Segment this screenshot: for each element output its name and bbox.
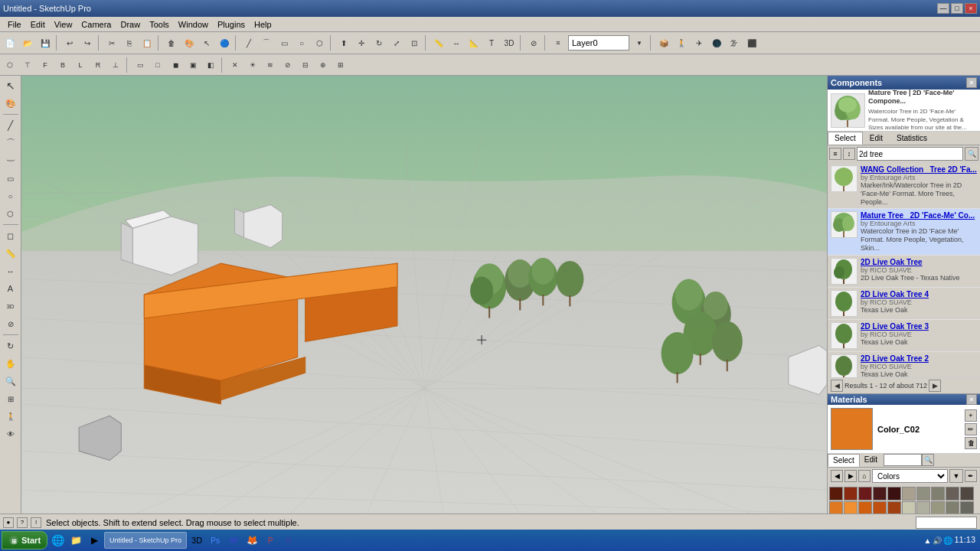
rect-button[interactable]: ▭ bbox=[276, 34, 292, 51]
polygon-button[interactable]: ⬡ bbox=[311, 34, 328, 51]
comp-item-1[interactable]: Mature Tree_ 2D 'Face-Me' Co... by Entou… bbox=[828, 209, 980, 255]
rect-tool[interactable]: ▭ bbox=[2, 170, 19, 187]
taskbar-3ds-icon[interactable]: 3D bbox=[188, 532, 205, 549]
new-button[interactable]: 📄 bbox=[2, 34, 18, 51]
shadow-button[interactable]: 🌑 bbox=[708, 34, 725, 51]
line-tool[interactable]: ╱ bbox=[2, 117, 19, 134]
tray-icon-3[interactable]: 🌐 bbox=[943, 536, 952, 545]
paste-button[interactable]: 📋 bbox=[139, 34, 155, 51]
tab-select[interactable]: Select bbox=[828, 132, 863, 145]
mat-delete-button[interactable]: 🗑 bbox=[965, 437, 977, 449]
walk-tool[interactable]: 🚶 bbox=[2, 408, 19, 425]
taskbar-word-icon[interactable]: W bbox=[225, 532, 242, 549]
lookat-tool[interactable]: 👁 bbox=[2, 425, 19, 442]
taskbar-ps-icon[interactable]: Ps bbox=[207, 532, 224, 549]
axes-toggle[interactable]: ⊕ bbox=[315, 57, 332, 73]
color-swatch[interactable] bbox=[916, 501, 930, 514]
erase-button[interactable]: 🗑 bbox=[163, 34, 180, 51]
fog-toggle[interactable]: ≋ bbox=[262, 57, 279, 73]
menu-plugins[interactable]: Plugins bbox=[213, 18, 250, 31]
redo-button[interactable]: ↪ bbox=[79, 34, 96, 51]
text-button[interactable]: T bbox=[483, 34, 500, 51]
fog-button[interactable]: 🌫 bbox=[726, 34, 743, 51]
color-next-button[interactable]: ▶ bbox=[844, 470, 857, 482]
taskbar-sketchup-btn[interactable]: Untitled - SketchUp Pro bbox=[104, 532, 187, 549]
tape-tool[interactable]: 📏 bbox=[2, 245, 19, 262]
orbit-tool[interactable]: ↻ bbox=[2, 337, 19, 354]
paint-tool[interactable]: 🎨 bbox=[2, 95, 19, 112]
xray-button[interactable]: ✕ bbox=[227, 57, 243, 73]
comp-item-4[interactable]: 2D Live Oak Tree 3 by RICO SUAVE Texas L… bbox=[828, 320, 980, 352]
taskbar-media-icon[interactable]: ▶ bbox=[86, 532, 103, 549]
taskbar-revit-icon[interactable]: R bbox=[280, 532, 297, 549]
mat-tab-select[interactable]: Select bbox=[828, 454, 860, 467]
sort-icon[interactable]: ↕ bbox=[843, 148, 855, 160]
layer-dropdown-arrow[interactable]: ▼ bbox=[631, 34, 648, 51]
scale-button[interactable]: ⤢ bbox=[388, 34, 405, 51]
color-swatch[interactable] bbox=[960, 487, 974, 500]
orbit-button[interactable]: 🔵 bbox=[216, 34, 233, 51]
shadows-toggle[interactable]: ☀ bbox=[244, 57, 261, 73]
layer-selector[interactable]: Layer0 bbox=[568, 35, 629, 51]
protractor-button[interactable]: 📐 bbox=[466, 34, 482, 51]
comp-item-2[interactable]: 2D Live Oak Tree by RICO SUAVE 2D Live O… bbox=[828, 256, 980, 288]
mat-edit-button[interactable]: ✏ bbox=[965, 423, 977, 435]
color-swatch[interactable] bbox=[858, 487, 872, 500]
circle-tool[interactable]: ○ bbox=[2, 187, 19, 204]
rotate-button[interactable]: ↻ bbox=[371, 34, 387, 51]
taskbar-ie-icon[interactable]: 🌐 bbox=[49, 532, 66, 549]
offset-button[interactable]: ⊡ bbox=[406, 34, 423, 51]
color-swatch[interactable] bbox=[960, 501, 974, 514]
select-button[interactable]: ↖ bbox=[198, 34, 215, 51]
menu-draw[interactable]: Draw bbox=[116, 18, 145, 31]
color-swatch[interactable] bbox=[887, 501, 901, 514]
save-button[interactable]: 💾 bbox=[37, 34, 54, 51]
3d-text-button[interactable]: 3D bbox=[501, 34, 518, 51]
color-swatch[interactable] bbox=[844, 501, 858, 514]
shaded-button[interactable]: ◼ bbox=[167, 57, 184, 73]
comp-item-3[interactable]: 2D Live Oak Tree 4 by RICO SUAVE Texas L… bbox=[828, 288, 980, 320]
left-view-button[interactable]: L bbox=[72, 57, 89, 73]
color-swatch[interactable] bbox=[873, 487, 887, 500]
menu-window[interactable]: Window bbox=[174, 18, 213, 31]
polygon-tool[interactable]: ⬡ bbox=[2, 205, 19, 222]
comp-item-0[interactable]: WANG Collection_ Tree 2D 'Fa... by Entou… bbox=[828, 163, 980, 209]
zoomfit-tool[interactable]: ⊞ bbox=[2, 390, 19, 407]
measurement-box[interactable] bbox=[916, 517, 977, 529]
erase-tool[interactable]: ◻ bbox=[2, 227, 19, 244]
tray-icon-1[interactable]: ▲ bbox=[924, 536, 932, 545]
color-home-button[interactable]: ⌂ bbox=[858, 470, 871, 482]
close-button[interactable]: × bbox=[965, 3, 977, 14]
component-search-input[interactable] bbox=[857, 147, 963, 161]
color-category-dropdown[interactable]: Colors bbox=[872, 469, 948, 483]
3dtext-tool[interactable]: 3D bbox=[2, 298, 19, 315]
prev-results-button[interactable]: ◀ bbox=[831, 380, 843, 392]
open-button[interactable]: 📂 bbox=[19, 34, 36, 51]
section-tool[interactable]: ⊘ bbox=[2, 315, 19, 332]
tab-edit[interactable]: Edit bbox=[863, 132, 890, 145]
pan-tool[interactable]: ✋ bbox=[2, 355, 19, 372]
menu-file[interactable]: File bbox=[3, 18, 26, 31]
view-icon[interactable]: ≡ bbox=[829, 148, 841, 160]
select-tool[interactable]: ↖ bbox=[2, 77, 19, 94]
section-cuts-toggle[interactable]: ⊟ bbox=[297, 57, 314, 73]
color-swatch[interactable] bbox=[887, 487, 901, 500]
color-swatch[interactable] bbox=[829, 501, 843, 514]
mat-create-button[interactable]: + bbox=[965, 409, 977, 422]
color-swatch[interactable] bbox=[946, 487, 959, 500]
zoom-tool[interactable]: 🔍 bbox=[2, 373, 19, 390]
right-view-button[interactable]: R bbox=[90, 57, 106, 73]
color-swatch[interactable] bbox=[902, 487, 916, 500]
paint-button[interactable]: 🎨 bbox=[181, 34, 198, 51]
tray-icon-2[interactable]: 🔊 bbox=[933, 536, 942, 545]
tape-button[interactable]: 📏 bbox=[430, 34, 447, 51]
section-plane-button[interactable]: ⊘ bbox=[525, 34, 542, 51]
cut-button[interactable]: ✂ bbox=[103, 34, 120, 51]
menu-tools[interactable]: Tools bbox=[145, 18, 174, 31]
move-button[interactable]: ✛ bbox=[353, 34, 370, 51]
walk-button[interactable]: 🚶 bbox=[673, 34, 690, 51]
guides-toggle[interactable]: ⊞ bbox=[332, 57, 349, 73]
dimension-button[interactable]: ↔ bbox=[448, 34, 465, 51]
freehand-tool[interactable]: 〰 bbox=[2, 152, 19, 169]
comp-item-5[interactable]: 2D Live Oak Tree 2 by RICO SUAVE Texas L… bbox=[828, 352, 980, 377]
